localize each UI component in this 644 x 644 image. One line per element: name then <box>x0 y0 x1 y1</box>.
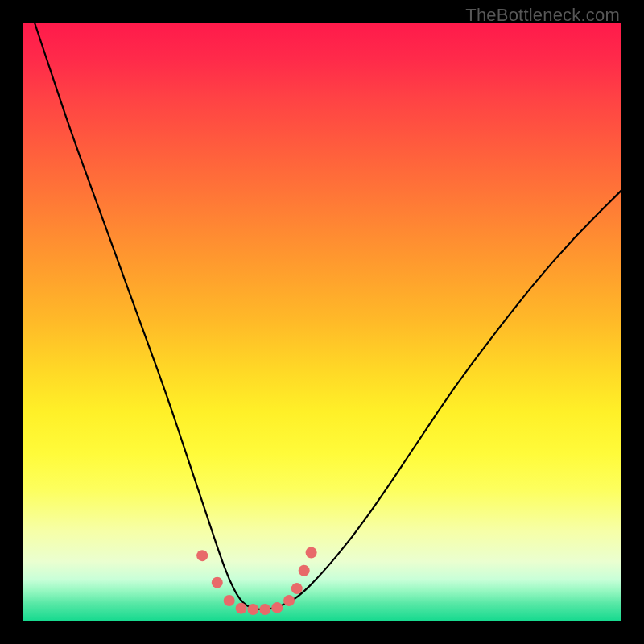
bottleneck-curve <box>35 23 621 609</box>
marker-dot <box>247 604 258 615</box>
plot-area <box>23 23 621 621</box>
marker-dot <box>271 602 283 613</box>
marker-dot <box>299 565 310 576</box>
marker-dot <box>259 604 270 615</box>
brand-watermark: TheBottleneck.com <box>465 5 620 26</box>
marker-dot <box>224 595 235 606</box>
chart-frame: TheBottleneck.com <box>0 0 644 644</box>
marker-dot <box>196 550 208 561</box>
curve-markers <box>196 547 316 615</box>
marker-dot <box>291 583 303 594</box>
marker-dot <box>283 595 295 606</box>
marker-dot <box>306 547 317 558</box>
marker-dot <box>236 603 247 614</box>
curve-layer <box>23 23 621 621</box>
marker-dot <box>212 577 223 588</box>
